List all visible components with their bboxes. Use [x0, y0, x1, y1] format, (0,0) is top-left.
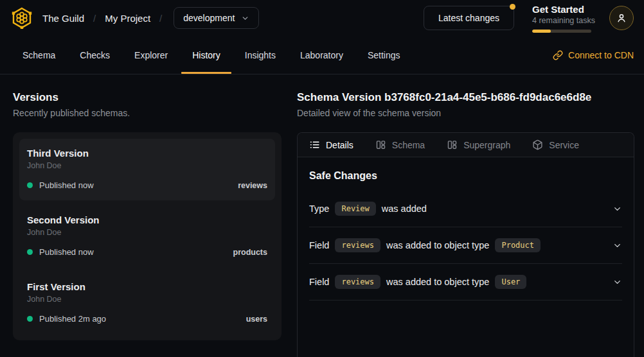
versions-panel: Versions Recently published schemas. Thi…: [13, 91, 282, 357]
change-badge: Product: [495, 238, 541, 252]
version-name: Second Version: [27, 214, 267, 225]
header-right-group: Latest changes Get Started 4 remaining t…: [424, 4, 634, 33]
breadcrumb-project[interactable]: My Project: [105, 13, 150, 24]
change-row-field-user[interactable]: Field reviews was added to object type U…: [309, 264, 622, 300]
link-icon: [553, 50, 563, 60]
get-started-progress-track: [532, 30, 591, 33]
version-status-row: Published now products: [27, 247, 267, 257]
columns-icon: [447, 139, 458, 150]
version-status-row: Published 2m ago users: [27, 314, 267, 324]
detail-tabs: Details Schema: [298, 133, 634, 157]
version-service-tag: users: [246, 315, 267, 324]
chevron-down-icon[interactable]: [613, 277, 622, 287]
main-content: Versions Recently published schemas. Thi…: [0, 74, 644, 357]
version-name: First Version: [27, 281, 267, 292]
version-author: John Doe: [27, 161, 267, 170]
list-icon: [309, 139, 320, 150]
detail-tab-label: Service: [549, 140, 579, 150]
connect-to-cdn-link[interactable]: Connect to CDN: [553, 36, 634, 74]
detail-tab-label: Supergraph: [463, 140, 510, 150]
detail-body: Safe Changes Type Review was added Field…: [298, 157, 634, 300]
change-prefix: Type: [309, 204, 329, 214]
detail-tab-label: Schema: [392, 140, 425, 150]
change-row-type-review[interactable]: Type Review was added: [309, 191, 622, 227]
version-service-tag: reviews: [238, 181, 267, 190]
project-nav: Schema Checks Explorer History Insights …: [0, 36, 644, 74]
published-status-dot: [27, 182, 33, 188]
chevron-down-icon: [241, 14, 249, 22]
detail-tab-supergraph[interactable]: Supergraph: [447, 139, 510, 150]
version-author: John Doe: [27, 295, 267, 304]
version-list: Third Version John Doe Published now rev…: [13, 132, 282, 340]
version-status: Published now: [39, 180, 94, 190]
tab-settings[interactable]: Settings: [355, 36, 413, 74]
change-row-field-product[interactable]: Field reviews was added to object type P…: [309, 227, 622, 264]
version-item-second[interactable]: Second Version John Doe Published now pr…: [19, 205, 275, 267]
target-selector-dropdown[interactable]: development: [174, 7, 259, 29]
breadcrumb: The Guild / My Project /: [42, 13, 162, 24]
version-status: Published now: [39, 247, 94, 257]
chevron-down-icon[interactable]: [613, 241, 622, 250]
detail-tab-service[interactable]: Service: [532, 139, 579, 150]
tab-history[interactable]: History: [180, 36, 233, 74]
target-selector-value: development: [183, 13, 235, 23]
version-name: Third Version: [27, 148, 267, 159]
tab-insights[interactable]: Insights: [233, 36, 288, 74]
published-status-dot: [27, 249, 33, 255]
schema-version-title: Schema Version b3768fc0-21a4-45e5-b686-f…: [297, 91, 634, 104]
guild-logo-icon[interactable]: [10, 6, 33, 30]
tab-laboratory[interactable]: Laboratory: [288, 36, 355, 74]
change-badge: User: [495, 275, 526, 289]
tab-checks[interactable]: Checks: [67, 36, 122, 74]
change-badge: reviews: [335, 275, 380, 289]
notification-dot: [510, 4, 515, 10]
version-status-row: Published now reviews: [27, 180, 267, 190]
get-started-widget[interactable]: Get Started 4 remaining tasks: [532, 4, 591, 33]
version-item-first[interactable]: First Version John Doe Published 2m ago …: [19, 272, 275, 334]
version-service-tag: products: [233, 248, 267, 257]
latest-changes-button[interactable]: Latest changes: [424, 6, 514, 30]
change-prefix: Field: [309, 240, 329, 250]
version-status: Published 2m ago: [39, 314, 106, 324]
change-prefix: Field: [309, 277, 329, 287]
connect-to-cdn-label: Connect to CDN: [568, 50, 634, 60]
get-started-subtitle: 4 remaining tasks: [532, 16, 591, 25]
schema-version-card: Details Schema: [297, 132, 634, 357]
nav-tabs: Schema Checks Explorer History Insights …: [10, 36, 413, 74]
user-avatar-button[interactable]: [609, 6, 634, 30]
detail-tab-details[interactable]: Details: [309, 139, 353, 150]
version-item-third[interactable]: Third Version John Doe Published now rev…: [19, 139, 275, 200]
tab-explorer[interactable]: Explorer: [122, 36, 180, 74]
user-icon: [616, 12, 627, 24]
change-text: was added to object type: [386, 240, 489, 250]
safe-changes-title: Safe Changes: [309, 170, 622, 182]
change-badge: reviews: [335, 238, 380, 252]
get-started-title: Get Started: [532, 4, 591, 15]
published-status-dot: [27, 316, 33, 322]
chevron-down-icon[interactable]: [613, 204, 622, 214]
change-text: was added: [382, 204, 427, 214]
tab-schema[interactable]: Schema: [10, 36, 67, 74]
detail-tab-label: Details: [326, 140, 353, 150]
cube-icon: [532, 139, 543, 150]
change-text: was added to object type: [386, 277, 489, 287]
breadcrumb-org[interactable]: The Guild: [42, 13, 84, 24]
change-badge: Review: [335, 202, 375, 216]
schema-version-subtitle: Detailed view of the schema version: [297, 108, 634, 118]
get-started-progress-fill: [532, 30, 551, 33]
columns-icon: [375, 139, 386, 150]
breadcrumb-separator: /: [159, 13, 162, 24]
versions-title: Versions: [13, 91, 282, 104]
breadcrumb-separator: /: [93, 13, 96, 24]
versions-subtitle: Recently published schemas.: [13, 108, 282, 118]
top-header: The Guild / My Project / development Lat…: [0, 0, 644, 36]
schema-version-detail-panel: Schema Version b3768fc0-21a4-45e5-b686-f…: [297, 91, 634, 357]
latest-changes-label: Latest changes: [438, 13, 499, 23]
detail-tab-schema[interactable]: Schema: [375, 139, 425, 150]
version-author: John Doe: [27, 228, 267, 237]
